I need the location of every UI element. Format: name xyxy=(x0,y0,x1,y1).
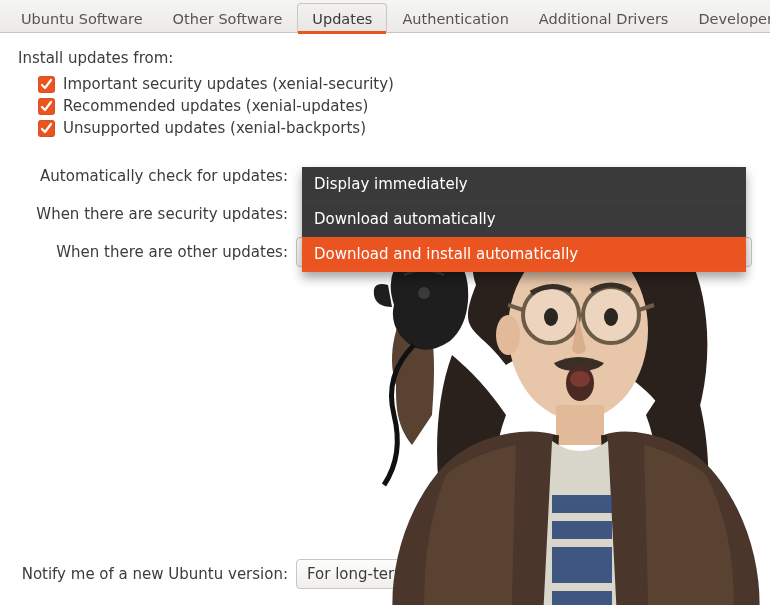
label-notify: Notify me of a new Ubuntu version: xyxy=(18,565,296,583)
checkbox[interactable] xyxy=(38,76,55,93)
dropdown-item[interactable]: Download and install automatically xyxy=(302,237,746,272)
svg-point-1 xyxy=(496,315,520,355)
svg-rect-11 xyxy=(556,405,604,445)
checkbox-group: Important security updates (xenial-secur… xyxy=(18,75,752,137)
tab-authentication[interactable]: Authentication xyxy=(387,3,523,33)
svg-point-8 xyxy=(604,308,618,326)
checkbox-label: Unsupported updates (xenial-backports) xyxy=(63,119,366,137)
dropdown-item[interactable]: Display immediately xyxy=(302,167,746,202)
dropdown-security-open[interactable]: Display immediatelyDownload automaticall… xyxy=(302,167,746,272)
svg-point-10 xyxy=(570,371,590,387)
dropdown-item[interactable]: Download automatically xyxy=(302,202,746,237)
updates-pane: Install updates from: Important security… xyxy=(0,33,770,605)
label-security: When there are security updates: xyxy=(18,205,296,223)
tab-developer-options[interactable]: Developer Options xyxy=(683,3,770,33)
tab-updates[interactable]: Updates xyxy=(297,3,387,33)
svg-point-7 xyxy=(544,308,558,326)
checkbox-label: Important security updates (xenial-secur… xyxy=(63,75,394,93)
checkbox-label: Recommended updates (xenial-updates) xyxy=(63,97,368,115)
checkbox[interactable] xyxy=(38,98,55,115)
section-title: Install updates from: xyxy=(18,49,752,67)
svg-point-12 xyxy=(418,287,430,299)
tab-additional-drivers[interactable]: Additional Drivers xyxy=(524,3,684,33)
checkbox-row: Recommended updates (xenial-updates) xyxy=(38,97,752,115)
label-auto-check: Automatically check for updates: xyxy=(18,167,296,185)
label-other: When there are other updates: xyxy=(18,243,296,261)
checkbox-row: Unsupported updates (xenial-backports) xyxy=(38,119,752,137)
tab-ubuntu-software[interactable]: Ubuntu Software xyxy=(6,3,158,33)
tab-other-software[interactable]: Other Software xyxy=(158,3,298,33)
checkbox-row: Important security updates (xenial-secur… xyxy=(38,75,752,93)
checkbox[interactable] xyxy=(38,120,55,137)
tab-bar: Ubuntu SoftwareOther SoftwareUpdatesAuth… xyxy=(0,0,770,33)
